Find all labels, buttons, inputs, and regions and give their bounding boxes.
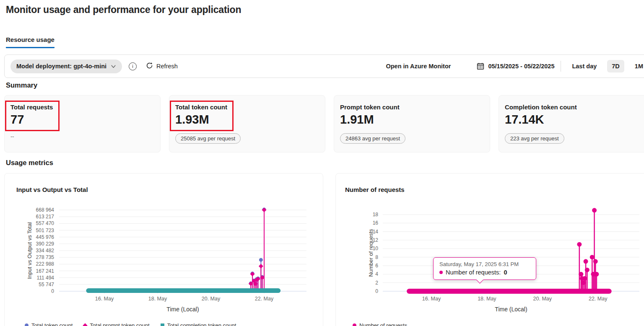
svg-text:55 747: 55 747 [39,282,54,287]
svg-text:111 494: 111 494 [36,275,54,281]
model-deployment-label: Model deployment: gpt-4o-mini [16,63,106,70]
legend-marker-square [161,323,164,326]
card-total-token-count: Total token count 1.93M 25085 avg per re… [169,95,325,153]
svg-text:Number of requests: Number of requests [368,229,374,277]
card-label: Prompt token count [340,103,484,111]
svg-text:334 482: 334 482 [36,248,55,254]
legend-item[interactable]: Total token count [25,322,73,326]
model-deployment-dropdown[interactable]: Model deployment: gpt-4o-mini [10,60,122,73]
info-icon[interactable]: i [129,62,137,70]
card-value: 1.93M [175,113,319,127]
chart-tooltip: Saturday, May 17, 2025 6:31 PM Number of… [433,257,536,280]
svg-text:2: 2 [375,280,378,286]
svg-text:222 988: 222 988 [36,261,55,267]
refresh-icon [146,62,153,70]
card-label: Total requests [10,103,154,111]
card-label: Completion token count [505,103,644,111]
legend-marker-diamond [83,323,88,326]
range-1m-button[interactable]: 1M [630,60,644,72]
svg-text:16. May: 16. May [422,296,441,302]
tooltip-series-dot [439,271,443,274]
avg-per-request-badge: 24863 avg per request [340,133,405,144]
refresh-label: Refresh [156,63,178,70]
svg-text:18: 18 [373,212,379,217]
legend-item[interactable]: Total completion token count [161,322,236,326]
usage-metrics-heading: Usage metrics [6,159,53,167]
svg-text:557 470: 557 470 [36,220,55,226]
toolbar-divider [561,61,561,72]
card-prompt-token-count: Prompt token count 1.91M 24863 avg per r… [334,95,490,153]
chart-legend: Number of requests [353,322,407,326]
svg-text:20. May: 20. May [533,296,552,302]
legend-item[interactable]: Total prompt token count [83,322,149,326]
input-output-total-chart[interactable]: 055 747111 494167 241222 988278 735334 4… [5,173,324,326]
avg-per-request-badge: 223 avg per request [505,133,564,144]
legend-marker-circle [25,323,29,326]
tooltip-series-label: Number of requests: [446,269,501,276]
card-value: 77 [10,113,154,127]
card-label: Total token count [175,103,319,111]
svg-text:22. May: 22. May [255,296,274,302]
tooltip-value: 0 [504,269,507,276]
chevron-down-icon [111,64,116,69]
calendar-icon [477,62,484,70]
card-sub-value: -- [10,133,154,140]
svg-text:8: 8 [375,254,378,260]
svg-text:20. May: 20. May [202,296,221,302]
number-of-requests-chart[interactable]: 02468101214161816. May18. May20. May22. … [336,173,644,326]
svg-text:16. May: 16. May [95,296,114,302]
legend-label: Total token count [31,322,73,326]
chart-card-input-output-total: Input vs Output vs Total 055 747111 4941… [4,173,323,326]
svg-text:16: 16 [373,220,379,226]
range-last-day-button[interactable]: Last day [567,60,601,72]
svg-text:0: 0 [51,288,54,294]
legend-item[interactable]: Number of requests [353,322,407,326]
tooltip-timestamp: Saturday, May 17, 2025 6:31 PM [439,261,531,267]
legend-label: Total completion token count [167,322,236,326]
svg-text:445 976: 445 976 [36,234,55,240]
refresh-button[interactable]: Refresh [143,62,180,71]
summary-heading: Summary [6,81,37,89]
svg-text:278 735: 278 735 [36,254,55,260]
svg-text:6: 6 [375,263,378,269]
svg-text:390 229: 390 229 [36,241,55,247]
toolbar: Model deployment: gpt-4o-mini i Refresh … [4,54,644,78]
card-value: 17.14K [505,113,644,127]
tab-resource-usage[interactable]: Resource usage [6,36,55,48]
svg-text:18. May: 18. May [148,296,167,302]
svg-text:613 217: 613 217 [36,214,55,220]
card-value: 1.91M [340,113,484,127]
svg-text:Input vs Output vs Total: Input vs Output vs Total [26,222,33,279]
card-completion-token-count: Completion token count 17.14K 223 avg pe… [499,95,644,153]
svg-text:22. May: 22. May [589,296,608,302]
svg-text:0: 0 [375,288,378,294]
chart-card-number-of-requests: Number of requests 02468101214161816. Ma… [335,173,644,326]
monitor-usage-page: Monitor usage and performance for your a… [0,0,644,326]
chart-legend: Total token countTotal prompt token coun… [25,322,236,326]
avg-per-request-badge: 25085 avg per request [175,133,241,144]
svg-text:4: 4 [375,271,378,277]
svg-text:668 964: 668 964 [36,207,55,213]
range-7d-button[interactable]: 7D [607,60,624,72]
legend-label: Total prompt token count [90,322,149,326]
svg-text:167 241: 167 241 [36,268,55,274]
card-total-requests: Total requests 77 -- [4,95,161,153]
open-in-azure-monitor-link[interactable]: Open in Azure Monitor [386,63,451,70]
svg-text:Time (Local): Time (Local) [495,306,527,313]
tab-bar: Resource usage [6,36,55,48]
legend-marker-circle [353,323,356,326]
page-title: Monitor usage and performance for your a… [6,4,241,16]
summary-cards: Total requests 77 -- Total token count 1… [4,95,644,153]
legend-label: Number of requests [359,322,407,326]
svg-text:18. May: 18. May [478,296,496,302]
svg-text:501 723: 501 723 [36,228,55,233]
svg-text:Time (Local): Time (Local) [166,306,199,313]
date-range-label: 05/15/2025 - 05/22/2025 [488,63,554,70]
date-range-picker[interactable]: 05/15/2025 - 05/22/2025 [464,62,554,70]
